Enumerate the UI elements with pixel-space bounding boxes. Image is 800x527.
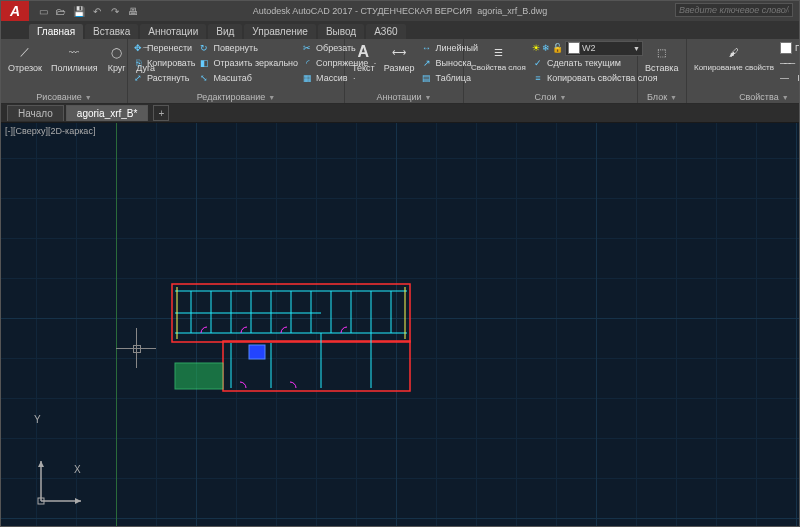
make-current-icon: ✓ bbox=[532, 57, 544, 69]
tab-manage[interactable]: Управление bbox=[244, 24, 316, 39]
copy-button[interactable]: ⎘Копировать bbox=[132, 56, 195, 70]
fillet-icon: ◜ bbox=[301, 57, 313, 69]
tab-insert[interactable]: Вставка bbox=[85, 24, 138, 39]
tab-annotate[interactable]: Аннотации bbox=[140, 24, 206, 39]
app-logo[interactable]: A bbox=[1, 1, 29, 21]
layer-combo[interactable]: W2▼ bbox=[565, 41, 643, 56]
quick-access-toolbar: ▭ 🗁 💾 ↶ ↷ 🖶 bbox=[37, 5, 139, 17]
help-search bbox=[675, 3, 793, 17]
chevron-down-icon[interactable]: ▼ bbox=[782, 94, 789, 101]
tab-a360[interactable]: A360 bbox=[366, 24, 405, 39]
text-button[interactable]: AТекст bbox=[349, 41, 378, 74]
svg-marker-5 bbox=[75, 498, 81, 504]
match-props-icon: 🖌 bbox=[724, 42, 744, 62]
new-icon[interactable]: ▭ bbox=[37, 5, 49, 17]
file-tab-start[interactable]: Начало bbox=[7, 105, 64, 121]
scale-icon: ⤡ bbox=[198, 72, 210, 84]
chevron-down-icon[interactable]: ▼ bbox=[268, 94, 275, 101]
layer-props-button[interactable]: ☰Свойства слоя bbox=[468, 41, 529, 73]
circle-button[interactable]: ◯Круг bbox=[104, 41, 130, 74]
panel-layers: ☰Свойства слоя ☀❄🔓 W2▼ ✓Сделать текущим … bbox=[464, 39, 638, 103]
redo-icon[interactable]: ↷ bbox=[109, 5, 121, 17]
color-combo[interactable]: ПоСлою bbox=[780, 41, 799, 55]
panel-modify: ✥Перенести ⎘Копировать ⤢Растянуть ↻Повер… bbox=[128, 39, 345, 103]
polyline-icon: 〰 bbox=[64, 42, 84, 62]
titlebar: A ▭ 🗁 💾 ↶ ↷ 🖶 Autodesk AutoCAD 2017 - СТ… bbox=[1, 1, 799, 21]
move-button[interactable]: ✥Перенести bbox=[132, 41, 195, 55]
linetype-combo[interactable]: — ПоСлою bbox=[780, 71, 799, 85]
ucs-x-label: X bbox=[74, 464, 81, 475]
chevron-down-icon[interactable]: ▼ bbox=[425, 94, 432, 101]
chevron-down-icon[interactable]: ▼ bbox=[559, 94, 566, 101]
search-input[interactable] bbox=[675, 3, 793, 17]
viewport-label[interactable]: [-][Сверху][2D-каркас] bbox=[5, 126, 95, 136]
save-icon[interactable]: 💾 bbox=[73, 5, 85, 17]
open-icon[interactable]: 🗁 bbox=[55, 5, 67, 17]
axis-y-line bbox=[116, 123, 117, 526]
stretch-icon: ⤢ bbox=[132, 72, 144, 84]
file-tab-current[interactable]: agoria_xrf_B* bbox=[66, 105, 149, 121]
window-title: Autodesk AutoCAD 2017 - СТУДЕНЧЕСКАЯ ВЕР… bbox=[253, 6, 547, 16]
ribbon: ／Отрезок 〰Полилиния ◯Круг ⌒Дуга Рисовани… bbox=[1, 39, 799, 104]
dimension-icon: ⟷ bbox=[389, 42, 409, 62]
tab-view[interactable]: Вид bbox=[208, 24, 242, 39]
lineweight-combo[interactable]: ─── ПоСлою bbox=[780, 56, 799, 70]
svg-marker-7 bbox=[38, 461, 44, 467]
table-icon: ▤ bbox=[421, 72, 433, 84]
layer-props-icon: ☰ bbox=[488, 42, 508, 62]
panel-draw: ／Отрезок 〰Полилиния ◯Круг ⌒Дуга Рисовани… bbox=[1, 39, 128, 103]
dimension-button[interactable]: ⟷Размер bbox=[381, 41, 418, 74]
polyline-button[interactable]: 〰Полилиния bbox=[48, 41, 101, 74]
stretch-button[interactable]: ⤢Растянуть bbox=[132, 71, 195, 85]
undo-icon[interactable]: ↶ bbox=[91, 5, 103, 17]
circle-icon: ◯ bbox=[107, 42, 127, 62]
ribbon-tabs: Главная Вставка Аннотации Вид Управление… bbox=[1, 21, 799, 39]
move-icon: ✥ bbox=[132, 42, 144, 54]
text-icon: A bbox=[353, 42, 373, 62]
match-layer-icon: ≡ bbox=[532, 72, 544, 84]
ucs-y-label: Y bbox=[34, 414, 41, 425]
panel-properties: 🖌Копирование свойств ПоСлою ─── ПоСлою —… bbox=[687, 39, 799, 103]
mirror-button[interactable]: ◧Отразить зеркально bbox=[198, 56, 298, 70]
rotate-icon: ↻ bbox=[198, 42, 210, 54]
trim-icon: ✂ bbox=[301, 42, 313, 54]
drawing-canvas[interactable]: [-][Сверху][2D-каркас] bbox=[1, 123, 799, 526]
line-button[interactable]: ／Отрезок bbox=[5, 41, 45, 74]
mirror-icon: ◧ bbox=[198, 57, 210, 69]
file-tabs: Начало agoria_xrf_B* + bbox=[1, 104, 799, 123]
svg-rect-2 bbox=[175, 363, 223, 389]
block-icon: ⬚ bbox=[652, 42, 672, 62]
svg-rect-3 bbox=[249, 345, 265, 359]
array-icon: ▦ bbox=[301, 72, 313, 84]
chevron-down-icon[interactable]: ▼ bbox=[85, 94, 92, 101]
ucs-icon[interactable]: Y X bbox=[36, 456, 86, 508]
line-icon: ／ bbox=[15, 42, 35, 62]
tab-home[interactable]: Главная bbox=[29, 24, 83, 39]
linear-icon: ↔ bbox=[421, 42, 433, 54]
print-icon[interactable]: 🖶 bbox=[127, 5, 139, 17]
match-props-button[interactable]: 🖌Копирование свойств bbox=[691, 41, 777, 73]
new-tab-button[interactable]: + bbox=[153, 105, 169, 121]
tab-output[interactable]: Вывод bbox=[318, 24, 364, 39]
block-insert-button[interactable]: ⬚Вставка bbox=[642, 41, 681, 74]
copy-icon: ⎘ bbox=[132, 57, 144, 69]
scale-button[interactable]: ⤡Масштаб bbox=[198, 71, 298, 85]
chevron-down-icon[interactable]: ▼ bbox=[670, 94, 677, 101]
rotate-button[interactable]: ↻Повернуть bbox=[198, 41, 298, 55]
leader-icon: ↗ bbox=[421, 57, 433, 69]
panel-annotation: AТекст ⟷Размер ↔Линейный ↗Выноска ▤Табли… bbox=[345, 39, 464, 103]
panel-block: ⬚Вставка Блок▼ bbox=[638, 39, 687, 103]
cad-drawing[interactable] bbox=[171, 283, 411, 393]
